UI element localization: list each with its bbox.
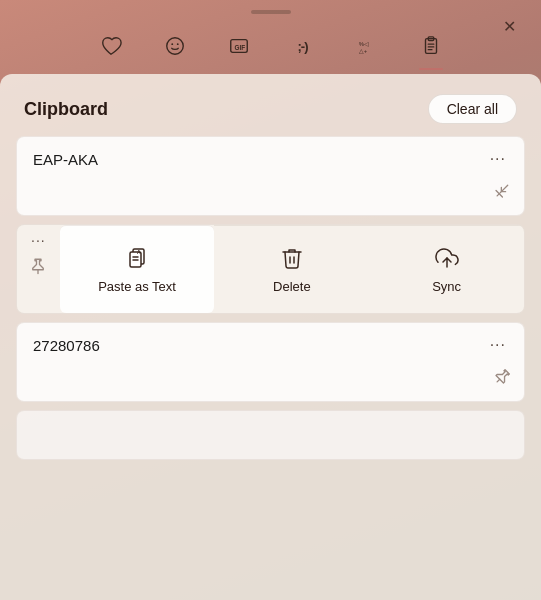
clipboard-list: EAP-AKA ··· ··· <box>0 136 541 600</box>
clipboard-item-2: ··· <box>16 224 525 314</box>
clipboard-item-4 <box>16 410 525 460</box>
tab-gif[interactable]: GIF <box>221 28 257 64</box>
svg-text:GIF: GIF <box>234 44 245 51</box>
clear-all-button[interactable]: Clear all <box>428 94 517 124</box>
svg-text:%◁: %◁ <box>358 41 368 47</box>
svg-text:A: A <box>137 249 141 255</box>
clipboard-title: Clipboard <box>24 99 108 120</box>
pin-icon-3 <box>487 364 515 392</box>
symbols-icon: %◁ △+ <box>356 35 378 57</box>
sync-icon <box>435 246 459 273</box>
expanded-actions: A Paste as Text <box>60 225 524 313</box>
pin-icon-1 <box>487 178 515 206</box>
clipboard-header: Clipboard Clear all <box>0 74 541 136</box>
delete-label: Delete <box>273 279 311 294</box>
main-content: Clipboard Clear all EAP-AKA ··· <box>0 74 541 600</box>
sync-label: Sync <box>432 279 461 294</box>
kaomoji-label: ;-) <box>298 39 308 54</box>
more-options-button-1[interactable]: ··· <box>488 151 508 167</box>
clipboard-icon <box>420 35 442 57</box>
clip-card-top-1: EAP-AKA ··· <box>33 151 508 168</box>
clip-text-3: 27280786 <box>33 337 100 354</box>
delete-button[interactable]: Delete <box>214 225 369 313</box>
clipboard-item-3: 27280786 ··· <box>16 322 525 402</box>
svg-text:△+: △+ <box>358 48 367 54</box>
tab-symbols[interactable]: %◁ △+ <box>349 28 385 64</box>
paste-as-text-button[interactable]: A Paste as Text <box>60 225 215 313</box>
left-controls: ··· <box>17 225 60 313</box>
paste-as-text-icon: A <box>125 246 149 273</box>
clip-card-top-3: 27280786 ··· <box>33 337 508 354</box>
clipboard-item-1: EAP-AKA ··· <box>16 136 525 216</box>
svg-point-2 <box>176 43 178 45</box>
tab-favorites[interactable] <box>93 28 129 64</box>
more-options-button-3[interactable]: ··· <box>488 337 508 353</box>
svg-point-0 <box>166 38 183 55</box>
emoji-icon <box>164 35 186 57</box>
clip-text-1: EAP-AKA <box>33 151 98 168</box>
gif-icon: GIF <box>228 35 250 57</box>
svg-point-1 <box>171 43 173 45</box>
tab-clipboard[interactable] <box>413 28 449 64</box>
heart-icon <box>100 35 122 57</box>
close-button[interactable]: ✕ <box>495 12 523 40</box>
sync-button[interactable]: Sync <box>369 225 524 313</box>
delete-icon <box>280 246 304 273</box>
drag-handle[interactable] <box>251 10 291 14</box>
tab-bar: GIF ;-) %◁ △+ <box>0 20 541 66</box>
tab-kaomoji[interactable]: ;-) <box>285 28 321 64</box>
tab-emoji[interactable] <box>157 28 193 64</box>
window: ✕ GIF ;-) <box>0 0 541 600</box>
pin-icon-2 <box>29 257 47 279</box>
expanded-row: ··· <box>17 225 524 313</box>
more-options-button-2[interactable]: ··· <box>29 233 48 247</box>
paste-as-text-label: Paste as Text <box>98 279 176 294</box>
